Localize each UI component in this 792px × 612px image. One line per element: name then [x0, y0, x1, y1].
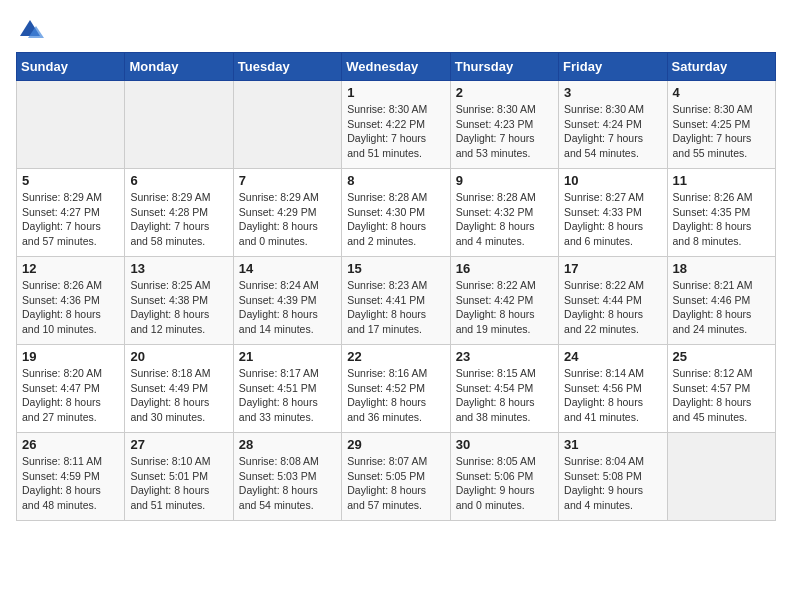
day-number: 28: [239, 437, 336, 452]
day-number: 7: [239, 173, 336, 188]
day-cell: 13Sunrise: 8:25 AM Sunset: 4:38 PM Dayli…: [125, 257, 233, 345]
week-row-2: 5Sunrise: 8:29 AM Sunset: 4:27 PM Daylig…: [17, 169, 776, 257]
day-cell: 14Sunrise: 8:24 AM Sunset: 4:39 PM Dayli…: [233, 257, 341, 345]
day-cell: 1Sunrise: 8:30 AM Sunset: 4:22 PM Daylig…: [342, 81, 450, 169]
day-number: 21: [239, 349, 336, 364]
day-number: 17: [564, 261, 661, 276]
day-number: 31: [564, 437, 661, 452]
day-info: Sunrise: 8:15 AM Sunset: 4:54 PM Dayligh…: [456, 366, 553, 425]
day-cell: 3Sunrise: 8:30 AM Sunset: 4:24 PM Daylig…: [559, 81, 667, 169]
day-info: Sunrise: 8:29 AM Sunset: 4:28 PM Dayligh…: [130, 190, 227, 249]
day-number: 10: [564, 173, 661, 188]
day-cell: 4Sunrise: 8:30 AM Sunset: 4:25 PM Daylig…: [667, 81, 775, 169]
day-number: 5: [22, 173, 119, 188]
day-info: Sunrise: 8:24 AM Sunset: 4:39 PM Dayligh…: [239, 278, 336, 337]
day-info: Sunrise: 8:28 AM Sunset: 4:30 PM Dayligh…: [347, 190, 444, 249]
week-row-1: 1Sunrise: 8:30 AM Sunset: 4:22 PM Daylig…: [17, 81, 776, 169]
day-cell: 27Sunrise: 8:10 AM Sunset: 5:01 PM Dayli…: [125, 433, 233, 521]
day-cell: 20Sunrise: 8:18 AM Sunset: 4:49 PM Dayli…: [125, 345, 233, 433]
day-cell: 17Sunrise: 8:22 AM Sunset: 4:44 PM Dayli…: [559, 257, 667, 345]
day-info: Sunrise: 8:30 AM Sunset: 4:24 PM Dayligh…: [564, 102, 661, 161]
day-cell: 29Sunrise: 8:07 AM Sunset: 5:05 PM Dayli…: [342, 433, 450, 521]
day-info: Sunrise: 8:29 AM Sunset: 4:29 PM Dayligh…: [239, 190, 336, 249]
day-info: Sunrise: 8:29 AM Sunset: 4:27 PM Dayligh…: [22, 190, 119, 249]
day-number: 8: [347, 173, 444, 188]
day-number: 14: [239, 261, 336, 276]
day-cell: [233, 81, 341, 169]
day-number: 16: [456, 261, 553, 276]
logo: [16, 16, 48, 44]
day-cell: 6Sunrise: 8:29 AM Sunset: 4:28 PM Daylig…: [125, 169, 233, 257]
day-number: 22: [347, 349, 444, 364]
day-cell: 30Sunrise: 8:05 AM Sunset: 5:06 PM Dayli…: [450, 433, 558, 521]
header-cell-monday: Monday: [125, 53, 233, 81]
day-number: 12: [22, 261, 119, 276]
day-info: Sunrise: 8:08 AM Sunset: 5:03 PM Dayligh…: [239, 454, 336, 513]
day-cell: 26Sunrise: 8:11 AM Sunset: 4:59 PM Dayli…: [17, 433, 125, 521]
day-info: Sunrise: 8:07 AM Sunset: 5:05 PM Dayligh…: [347, 454, 444, 513]
day-cell: 7Sunrise: 8:29 AM Sunset: 4:29 PM Daylig…: [233, 169, 341, 257]
week-row-4: 19Sunrise: 8:20 AM Sunset: 4:47 PM Dayli…: [17, 345, 776, 433]
day-info: Sunrise: 8:17 AM Sunset: 4:51 PM Dayligh…: [239, 366, 336, 425]
day-info: Sunrise: 8:11 AM Sunset: 4:59 PM Dayligh…: [22, 454, 119, 513]
day-number: 1: [347, 85, 444, 100]
day-info: Sunrise: 8:25 AM Sunset: 4:38 PM Dayligh…: [130, 278, 227, 337]
day-number: 30: [456, 437, 553, 452]
day-cell: 9Sunrise: 8:28 AM Sunset: 4:32 PM Daylig…: [450, 169, 558, 257]
day-number: 23: [456, 349, 553, 364]
day-info: Sunrise: 8:16 AM Sunset: 4:52 PM Dayligh…: [347, 366, 444, 425]
day-info: Sunrise: 8:22 AM Sunset: 4:42 PM Dayligh…: [456, 278, 553, 337]
day-info: Sunrise: 8:14 AM Sunset: 4:56 PM Dayligh…: [564, 366, 661, 425]
day-number: 26: [22, 437, 119, 452]
day-info: Sunrise: 8:21 AM Sunset: 4:46 PM Dayligh…: [673, 278, 770, 337]
day-info: Sunrise: 8:27 AM Sunset: 4:33 PM Dayligh…: [564, 190, 661, 249]
day-info: Sunrise: 8:18 AM Sunset: 4:49 PM Dayligh…: [130, 366, 227, 425]
day-info: Sunrise: 8:05 AM Sunset: 5:06 PM Dayligh…: [456, 454, 553, 513]
calendar-table: SundayMondayTuesdayWednesdayThursdayFrid…: [16, 52, 776, 521]
header-cell-friday: Friday: [559, 53, 667, 81]
day-info: Sunrise: 8:26 AM Sunset: 4:36 PM Dayligh…: [22, 278, 119, 337]
day-info: Sunrise: 8:10 AM Sunset: 5:01 PM Dayligh…: [130, 454, 227, 513]
day-cell: 24Sunrise: 8:14 AM Sunset: 4:56 PM Dayli…: [559, 345, 667, 433]
day-number: 2: [456, 85, 553, 100]
day-info: Sunrise: 8:04 AM Sunset: 5:08 PM Dayligh…: [564, 454, 661, 513]
day-info: Sunrise: 8:28 AM Sunset: 4:32 PM Dayligh…: [456, 190, 553, 249]
day-info: Sunrise: 8:20 AM Sunset: 4:47 PM Dayligh…: [22, 366, 119, 425]
day-number: 25: [673, 349, 770, 364]
day-number: 13: [130, 261, 227, 276]
day-number: 18: [673, 261, 770, 276]
day-cell: 18Sunrise: 8:21 AM Sunset: 4:46 PM Dayli…: [667, 257, 775, 345]
header-cell-sunday: Sunday: [17, 53, 125, 81]
day-number: 24: [564, 349, 661, 364]
day-number: 4: [673, 85, 770, 100]
day-number: 20: [130, 349, 227, 364]
header-cell-wednesday: Wednesday: [342, 53, 450, 81]
day-cell: 16Sunrise: 8:22 AM Sunset: 4:42 PM Dayli…: [450, 257, 558, 345]
day-cell: 5Sunrise: 8:29 AM Sunset: 4:27 PM Daylig…: [17, 169, 125, 257]
day-info: Sunrise: 8:23 AM Sunset: 4:41 PM Dayligh…: [347, 278, 444, 337]
day-info: Sunrise: 8:26 AM Sunset: 4:35 PM Dayligh…: [673, 190, 770, 249]
day-info: Sunrise: 8:22 AM Sunset: 4:44 PM Dayligh…: [564, 278, 661, 337]
day-number: 11: [673, 173, 770, 188]
day-cell: 21Sunrise: 8:17 AM Sunset: 4:51 PM Dayli…: [233, 345, 341, 433]
day-info: Sunrise: 8:30 AM Sunset: 4:25 PM Dayligh…: [673, 102, 770, 161]
day-cell: [125, 81, 233, 169]
day-info: Sunrise: 8:12 AM Sunset: 4:57 PM Dayligh…: [673, 366, 770, 425]
day-cell: 11Sunrise: 8:26 AM Sunset: 4:35 PM Dayli…: [667, 169, 775, 257]
day-number: 27: [130, 437, 227, 452]
day-cell: 23Sunrise: 8:15 AM Sunset: 4:54 PM Dayli…: [450, 345, 558, 433]
day-number: 9: [456, 173, 553, 188]
week-row-5: 26Sunrise: 8:11 AM Sunset: 4:59 PM Dayli…: [17, 433, 776, 521]
logo-icon: [16, 16, 44, 44]
day-cell: 25Sunrise: 8:12 AM Sunset: 4:57 PM Dayli…: [667, 345, 775, 433]
day-number: 29: [347, 437, 444, 452]
page-header: [16, 16, 776, 44]
header-cell-tuesday: Tuesday: [233, 53, 341, 81]
day-cell: 31Sunrise: 8:04 AM Sunset: 5:08 PM Dayli…: [559, 433, 667, 521]
week-row-3: 12Sunrise: 8:26 AM Sunset: 4:36 PM Dayli…: [17, 257, 776, 345]
day-number: 19: [22, 349, 119, 364]
day-cell: [667, 433, 775, 521]
day-cell: 22Sunrise: 8:16 AM Sunset: 4:52 PM Dayli…: [342, 345, 450, 433]
header-row: SundayMondayTuesdayWednesdayThursdayFrid…: [17, 53, 776, 81]
day-number: 3: [564, 85, 661, 100]
